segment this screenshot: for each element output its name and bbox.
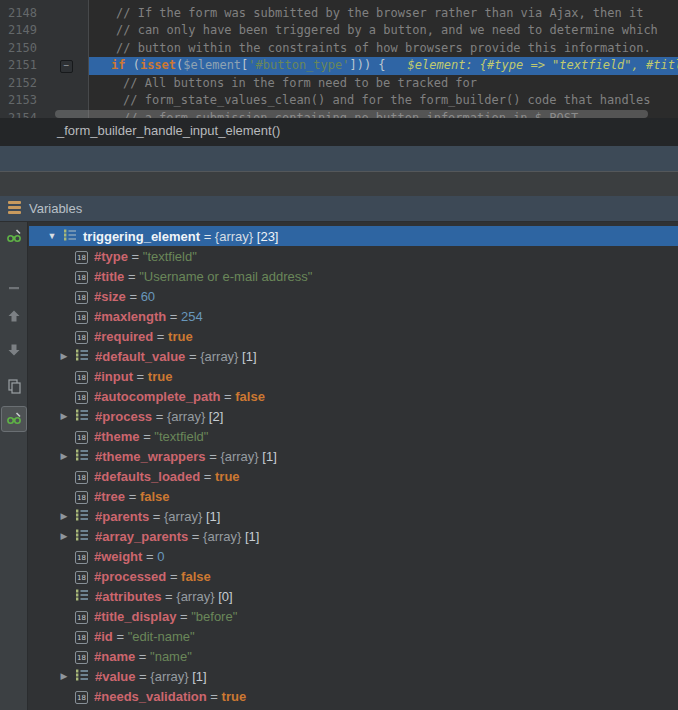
variable-value: true: [148, 369, 173, 384]
line-number[interactable]: 2149: [0, 22, 88, 40]
equals-sign: =: [207, 689, 222, 704]
variable-row[interactable]: 18#title_display = "before": [29, 606, 678, 626]
variable-name: #tree: [94, 489, 125, 504]
array-type-icon: [75, 668, 89, 685]
expand-arrow-icon[interactable]: ▶: [57, 671, 71, 681]
collapse-arrow-icon[interactable]: ▼: [45, 231, 59, 241]
comment-text: // If the form was submitted by the brow…: [116, 6, 643, 20]
editor-gutter[interactable]: 21472148214921502151215221532154: [0, 0, 89, 118]
line-number[interactable]: 2151: [0, 57, 88, 75]
expand-arrow-icon[interactable]: ▶: [57, 351, 71, 361]
variable-row[interactable]: #attributes = {array} [0]: [29, 586, 678, 606]
variable-row[interactable]: ▶#array_parents = {array} [1]: [29, 526, 678, 546]
variable-value: false: [140, 489, 170, 504]
code-editor[interactable]: 21472148214921502151215221532154 // If t…: [0, 0, 678, 118]
line-number[interactable]: 2150: [0, 40, 88, 58]
variable-row[interactable]: ▶#process = {array} [2]: [29, 406, 678, 426]
line-number[interactable]: 2152: [0, 75, 88, 93]
equals-sign: =: [161, 589, 176, 604]
stack-frame-label[interactable]: _form_builder_handle_input_element(): [57, 123, 280, 138]
variable-row[interactable]: 18#size = 60: [29, 286, 678, 306]
expand-arrow-icon[interactable]: ▶: [57, 411, 71, 421]
array-type-icon: [63, 228, 77, 245]
equals-sign: =: [220, 389, 235, 404]
variable-row[interactable]: 18#name = "name": [29, 646, 678, 666]
equals-sign: =: [200, 469, 215, 484]
stack-frame-bar[interactable]: _form_builder_handle_input_element(): [0, 118, 678, 146]
array-type-icon: [75, 588, 89, 605]
variable-row[interactable]: 18#input = true: [29, 366, 678, 386]
variable-row[interactable]: 18#type = "textfield": [29, 246, 678, 266]
variable-name: #weight: [94, 549, 142, 564]
remove-watch-icon: [6, 280, 22, 296]
variables-tree[interactable]: ▼triggering_element = {array} [23]18#typ…: [29, 222, 678, 710]
code-line[interactable]: // can only have been triggered by a but…: [89, 22, 678, 40]
variable-row[interactable]: ▶#default_value = {array} [1]: [29, 346, 678, 366]
expand-arrow-icon[interactable]: ▶: [57, 451, 71, 461]
equals-sign: =: [126, 289, 141, 304]
code-line[interactable]: // button within the constraints of how …: [89, 40, 678, 58]
array-count: [2]: [205, 409, 223, 424]
array-count: [1]: [238, 349, 256, 364]
editor-horizontal-scrollbar[interactable]: [55, 110, 648, 118]
code-line[interactable]: // All buttons in the form need to be tr…: [89, 75, 678, 93]
variable-row[interactable]: 18#needs_validation = true: [29, 686, 678, 706]
copy-icon: [6, 378, 22, 394]
variable-row[interactable]: 18#maxlength = 254: [29, 306, 678, 326]
equals-sign: =: [152, 409, 167, 424]
code-token: (: [133, 58, 140, 72]
move-up-button[interactable]: [6, 308, 22, 324]
variable-row[interactable]: 18#required = true: [29, 326, 678, 346]
variable-row[interactable]: 18#title = "Username or e-mail address": [29, 266, 678, 286]
variable-row[interactable]: 18#defaults_loaded = true: [29, 466, 678, 486]
add-watch-button[interactable]: [6, 228, 22, 244]
move-down-icon: [6, 342, 22, 358]
primitive-value-icon: 18: [75, 328, 88, 344]
variable-row[interactable]: ▶#value = {array} [1]: [29, 666, 678, 686]
expand-arrow-icon[interactable]: ▶: [57, 511, 71, 521]
variable-row[interactable]: ▶#theme_wrappers = {array} [1]: [29, 446, 678, 466]
primitive-value-icon: 18: [75, 688, 88, 704]
code-line[interactable]: // form_state_values_clean() and for the…: [89, 92, 678, 110]
move-down-button[interactable]: [6, 342, 22, 358]
expand-arrow-icon[interactable]: ▶: [57, 531, 71, 541]
variable-row[interactable]: ▶#parents = {array} [1]: [29, 506, 678, 526]
array-type-icon: [75, 348, 89, 365]
line-number[interactable]: 2148: [0, 5, 88, 23]
variable-row[interactable]: 18#theme = "textfield": [29, 426, 678, 446]
variable-row[interactable]: 18#id = "edit-name": [29, 626, 678, 646]
comment-text: // can only have been triggered by a but…: [116, 23, 658, 37]
show-watches-toggle[interactable]: [1, 406, 27, 432]
variable-row[interactable]: 18#processed = false: [29, 566, 678, 586]
array-count: [1]: [189, 669, 207, 684]
primitive-value-icon: 18: [75, 248, 88, 264]
variable-value: {array}: [176, 589, 214, 604]
line-number[interactable]: 2153: [0, 92, 88, 110]
array-count: [1]: [202, 509, 220, 524]
inline-debugger-hint: $element: {#type => "textfield", #title …: [408, 58, 678, 72]
variable-row[interactable]: ▼triggering_element = {array} [23]: [29, 226, 678, 246]
variable-name: #processed: [94, 569, 166, 584]
copy-value-button[interactable]: [6, 378, 22, 394]
variable-value: "before": [191, 609, 237, 624]
equals-sign: =: [135, 669, 150, 684]
variable-name: #id: [94, 629, 113, 644]
comment-text: // button within the constraints of how …: [116, 41, 651, 55]
remove-watch-button[interactable]: [6, 280, 22, 296]
code-line[interactable]: // If the form was submitted by the brow…: [89, 5, 678, 23]
variable-value: "edit-name": [128, 629, 195, 644]
variable-row[interactable]: 18#weight = 0: [29, 546, 678, 566]
variable-value: {array}: [200, 349, 238, 364]
equals-sign: =: [166, 569, 181, 584]
array-count: [23]: [253, 229, 278, 244]
variable-row[interactable]: 18#tree = false: [29, 486, 678, 506]
equals-sign: =: [176, 609, 191, 624]
variable-name: #name: [94, 649, 135, 664]
variable-row[interactable]: 18#autocomplete_path = false: [29, 386, 678, 406]
primitive-value-icon: 18: [75, 288, 88, 304]
primitive-value-icon: 18: [75, 648, 88, 664]
variable-name: #needs_validation: [94, 689, 207, 704]
fold-collapse-icon[interactable]: −: [60, 60, 73, 73]
variable-value: {array}: [164, 509, 202, 524]
execution-line[interactable]: if (isset($element['#button_type'])) {$e…: [89, 57, 678, 75]
